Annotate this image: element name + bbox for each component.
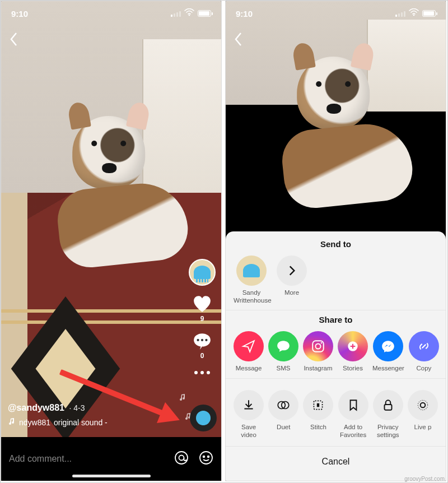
- contact-name: Sandy Writtenhouse: [234, 289, 269, 305]
- svg-rect-19: [384, 405, 391, 410]
- stories-icon: [346, 339, 360, 354]
- svg-rect-18: [317, 403, 319, 407]
- action-rail: 9 0: [189, 259, 216, 374]
- comment-count: 0: [193, 352, 212, 360]
- svg-point-5: [175, 452, 188, 464]
- more-dots-icon: [194, 371, 210, 374]
- battery-icon: [198, 10, 211, 17]
- video-subject-dog: [266, 57, 400, 205]
- svg-point-3: [201, 339, 203, 341]
- sms-icon: [276, 339, 291, 354]
- link-icon: [417, 339, 431, 354]
- svg-point-9: [208, 456, 209, 458]
- video-subject-dog: [41, 116, 176, 264]
- share-copy[interactable]: Copy: [409, 331, 439, 373]
- svg-point-13: [321, 342, 323, 344]
- at-icon: [174, 451, 189, 465]
- chevron-left-icon: [9, 31, 19, 47]
- more-label: More: [274, 289, 310, 297]
- video-meta: @sandyw881 · 4-3 ndyw881 original sound …: [8, 403, 108, 427]
- duet-icon: [276, 398, 291, 412]
- instagram-icon: [311, 339, 325, 354]
- sound-row[interactable]: ndyw881 original sound -: [8, 417, 108, 427]
- comment-icon: [193, 332, 212, 351]
- lock-icon: [381, 398, 395, 412]
- send-to-header: Send to: [226, 239, 446, 249]
- emoji-button[interactable]: [199, 451, 213, 467]
- live-photo-icon: [416, 398, 430, 412]
- share-instagram[interactable]: Instagram: [303, 331, 333, 373]
- stitch-icon: [311, 398, 325, 412]
- home-indicator[interactable]: [72, 475, 151, 477]
- action-privacy-settings[interactable]: Privacy settings: [373, 390, 403, 439]
- svg-point-12: [315, 344, 320, 349]
- messenger-icon: [381, 339, 395, 354]
- svg-point-21: [418, 401, 427, 410]
- chevron-right-icon: [284, 263, 299, 278]
- share-message[interactable]: Message: [234, 331, 264, 373]
- comment-input[interactable]: Add comment...: [9, 454, 164, 464]
- sound-disc[interactable]: [190, 405, 217, 431]
- heart-icon: [193, 295, 212, 314]
- cancel-button[interactable]: Cancel: [226, 446, 446, 477]
- back-button[interactable]: [234, 31, 244, 49]
- svg-point-0: [189, 15, 190, 16]
- svg-point-6: [179, 456, 184, 461]
- svg-point-4: [205, 339, 207, 341]
- share-messenger[interactable]: Messenger: [372, 331, 404, 373]
- wifi-icon: [409, 8, 419, 18]
- status-bar: 9:10: [1, 1, 221, 26]
- phone-screen-share-sheet: 9:10 Send to Sandy Writtenhouse More Sha…: [225, 1, 446, 481]
- download-icon: [241, 398, 256, 412]
- phone-screen-feed: 9:10 9 0 @sandyw881 · 4-3 ndyw881 origin…: [1, 1, 222, 481]
- smile-icon: [199, 451, 213, 465]
- svg-point-20: [421, 403, 426, 408]
- status-time: 9:10: [11, 9, 28, 18]
- share-stories[interactable]: Stories: [338, 331, 368, 373]
- battery-icon: [422, 10, 436, 17]
- watermark: groovyPost.com: [404, 476, 445, 482]
- share-to-header: Share to: [226, 315, 446, 324]
- more-button[interactable]: [194, 369, 210, 374]
- wifi-icon: [184, 8, 194, 18]
- status-bar: 9:10: [226, 1, 446, 26]
- back-button[interactable]: [9, 31, 19, 49]
- video-background: [226, 1, 446, 231]
- cellular-icon: [171, 10, 181, 17]
- username[interactable]: @sandyw881: [8, 403, 64, 412]
- svg-point-7: [200, 452, 212, 464]
- action-duet[interactable]: Duet: [268, 390, 298, 439]
- status-time: 9:10: [236, 9, 253, 18]
- send-icon: [241, 339, 256, 354]
- like-count: 9: [193, 315, 212, 323]
- action-live-photo[interactable]: Live p: [408, 390, 438, 439]
- cellular-icon: [395, 10, 405, 17]
- mention-button[interactable]: [174, 451, 189, 467]
- bookmark-icon: [346, 398, 361, 412]
- svg-point-10: [413, 15, 415, 16]
- svg-point-2: [197, 339, 199, 341]
- action-add-favorites[interactable]: Add to Favorites: [338, 390, 368, 439]
- action-stitch[interactable]: Stitch: [303, 390, 333, 439]
- send-to-contact[interactable]: Sandy Writtenhouse: [234, 256, 269, 305]
- svg-point-8: [203, 456, 205, 458]
- send-to-more[interactable]: More: [274, 256, 310, 305]
- chevron-left-icon: [234, 31, 244, 47]
- sound-author: ndyw881: [19, 418, 50, 427]
- music-note-icon: [8, 417, 16, 427]
- share-sms[interactable]: SMS: [268, 331, 298, 373]
- music-note-icon: [179, 393, 186, 403]
- like-button[interactable]: 9: [193, 295, 212, 323]
- action-save-video[interactable]: Save video: [234, 390, 264, 439]
- share-sheet: Send to Sandy Writtenhouse More Share to…: [226, 231, 446, 481]
- sound-text: original sound -: [54, 418, 108, 427]
- creator-avatar[interactable]: [189, 259, 216, 286]
- post-date: · 4-3: [69, 403, 85, 412]
- comment-button[interactable]: 0: [193, 332, 212, 360]
